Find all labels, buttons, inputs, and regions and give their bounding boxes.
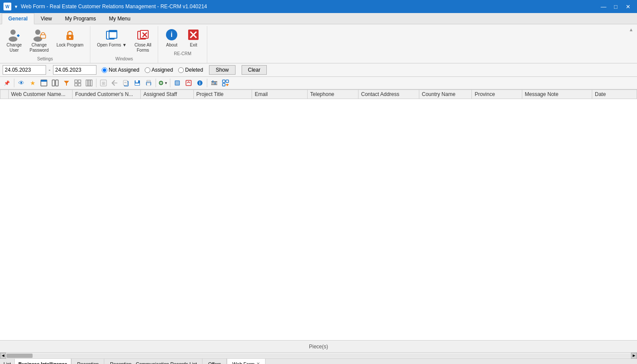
- maximize-button[interactable]: □: [610, 2, 621, 11]
- list-view-toggle[interactable]: List: [0, 359, 15, 364]
- col-message-note: Message Note: [522, 90, 592, 99]
- change-password-label: ChangePassword: [30, 43, 49, 53]
- col-email: Email: [252, 90, 308, 99]
- nav-prev-tool[interactable]: ⊞: [98, 78, 109, 88]
- minimize-button[interactable]: —: [598, 2, 609, 11]
- grid-tool[interactable]: [73, 78, 83, 88]
- print-tool[interactable]: [143, 78, 154, 88]
- windows-group-label: Windows: [115, 56, 133, 63]
- change-password-button[interactable]: ChangePassword: [27, 26, 52, 55]
- svg-point-0: [10, 30, 16, 35]
- svg-rect-59: [222, 83, 225, 86]
- window-title: Web Form - Real Estate Customer Relation…: [21, 3, 207, 10]
- assigned-radio[interactable]: Assigned: [145, 67, 173, 73]
- open-forms-label: Open Forms ▼: [97, 43, 126, 48]
- sep1: [14, 79, 14, 87]
- filter-bar: - Not Assigned Assigned Deleted Show Cle…: [0, 63, 637, 77]
- ribbon: General View My Programs My Menu ChangeU…: [0, 13, 637, 63]
- filter-tool[interactable]: [61, 78, 72, 88]
- svg-text:i: i: [171, 31, 173, 38]
- add-dropdown-arrow: ▼: [164, 81, 168, 85]
- col-web-customer-name: Web Customer Name...: [8, 90, 73, 99]
- pin-tool[interactable]: 📌: [2, 78, 12, 88]
- svg-rect-27: [78, 83, 81, 86]
- ribbon-tabs: General View My Programs My Menu: [0, 13, 637, 24]
- tab-general[interactable]: General: [2, 13, 34, 24]
- col-founded-customer: Founded Customer's N...: [73, 90, 141, 99]
- tab-my-programs[interactable]: My Programs: [59, 13, 103, 24]
- add-dropdown-tool[interactable]: ▼: [158, 78, 168, 88]
- svg-rect-43: [147, 84, 150, 86]
- tab-view[interactable]: View: [34, 13, 59, 24]
- col-province: Province: [472, 90, 522, 99]
- exit-icon: [186, 28, 200, 42]
- date-to-input[interactable]: [53, 65, 96, 75]
- hscroll-bar[interactable]: ◀ ▶: [0, 352, 637, 358]
- data-table-wrapper[interactable]: Web Customer Name... Founded Customer's …: [0, 89, 637, 340]
- not-assigned-radio[interactable]: Not Assigned: [102, 67, 139, 73]
- recrm-group-label: RE-CRM: [174, 51, 191, 58]
- config1-tool[interactable]: [209, 78, 219, 88]
- date-from-input[interactable]: [3, 65, 46, 75]
- exit-button[interactable]: Exit: [183, 26, 203, 50]
- hscroll-thumb[interactable]: [7, 354, 33, 358]
- not-assigned-label: Not Assigned: [109, 67, 139, 73]
- svg-point-1: [9, 36, 17, 42]
- hscroll-track[interactable]: [7, 354, 630, 358]
- svg-rect-9: [109, 30, 117, 32]
- show-button[interactable]: Show: [209, 65, 235, 75]
- bi-view-toggle[interactable]: Business Intelligence: [15, 359, 71, 364]
- change-user-icon: [7, 28, 21, 42]
- tab-offers[interactable]: Offers: [202, 359, 227, 364]
- svg-rect-55: [212, 80, 213, 83]
- col-assigned-staff: Assigned Staff: [141, 90, 194, 99]
- about-button[interactable]: i About: [162, 26, 182, 50]
- edit-save-tool[interactable]: [172, 78, 182, 88]
- tab-my-menu[interactable]: My Menu: [103, 13, 137, 24]
- about-icon: i: [165, 28, 179, 42]
- info-tool[interactable]: i: [195, 78, 205, 88]
- copy-tool[interactable]: [121, 78, 131, 88]
- tab-web-form-close[interactable]: ✕: [256, 361, 260, 364]
- open-forms-button[interactable]: Open Forms ▼: [94, 26, 129, 50]
- sep5: [207, 79, 207, 87]
- config2-tool[interactable]: [220, 78, 231, 88]
- bottom-tabs: Reception Reception - Communication Reco…: [72, 359, 265, 364]
- close-all-forms-button[interactable]: Close AllForms: [131, 26, 154, 55]
- close-button[interactable]: ✕: [622, 2, 634, 11]
- lock-program-label: Lock Program: [56, 43, 83, 48]
- lock-program-button[interactable]: Lock Program: [53, 26, 86, 50]
- tab-web-form[interactable]: Web Form ✕: [227, 359, 265, 364]
- eye-tool[interactable]: 👁: [16, 78, 27, 88]
- tab-offers-label: Offers: [208, 361, 221, 364]
- svg-rect-25: [78, 80, 81, 83]
- columns-tool[interactable]: [84, 78, 94, 88]
- change-user-label: ChangeUser: [7, 43, 22, 53]
- svg-rect-30: [90, 80, 92, 86]
- svg-rect-26: [75, 83, 77, 86]
- cancel-tool[interactable]: [183, 78, 194, 88]
- col-country-name: Country Name: [419, 90, 472, 99]
- sep4: [170, 79, 170, 87]
- tab-web-form-label: Web Form: [232, 361, 255, 364]
- clear-button[interactable]: Clear: [242, 65, 267, 75]
- nav-back-tool[interactable]: [109, 78, 120, 88]
- hscroll-right[interactable]: ▶: [631, 353, 637, 359]
- deleted-radio[interactable]: Deleted: [178, 67, 203, 73]
- pieces-label: Piece(s): [309, 344, 328, 350]
- close-all-forms-label: Close AllForms: [134, 43, 151, 53]
- star-tool[interactable]: ★: [27, 78, 38, 88]
- tab-reception[interactable]: Reception: [72, 359, 105, 364]
- ribbon-collapse[interactable]: ▲: [627, 26, 635, 63]
- form-view-tool[interactable]: [39, 78, 49, 88]
- title-bar: W ▼ Web Form - Real Estate Customer Rela…: [0, 0, 637, 13]
- menu-arrow[interactable]: ▼: [14, 4, 18, 9]
- save-tool[interactable]: [132, 78, 143, 88]
- sep3: [156, 79, 156, 87]
- svg-rect-24: [75, 80, 77, 83]
- col-selector-header: [0, 90, 9, 99]
- hscroll-left[interactable]: ◀: [0, 353, 6, 359]
- tab-reception-comm[interactable]: Reception - Communication Records List: [104, 359, 202, 364]
- change-user-button[interactable]: ChangeUser: [3, 26, 25, 55]
- panel-tool[interactable]: [50, 78, 60, 88]
